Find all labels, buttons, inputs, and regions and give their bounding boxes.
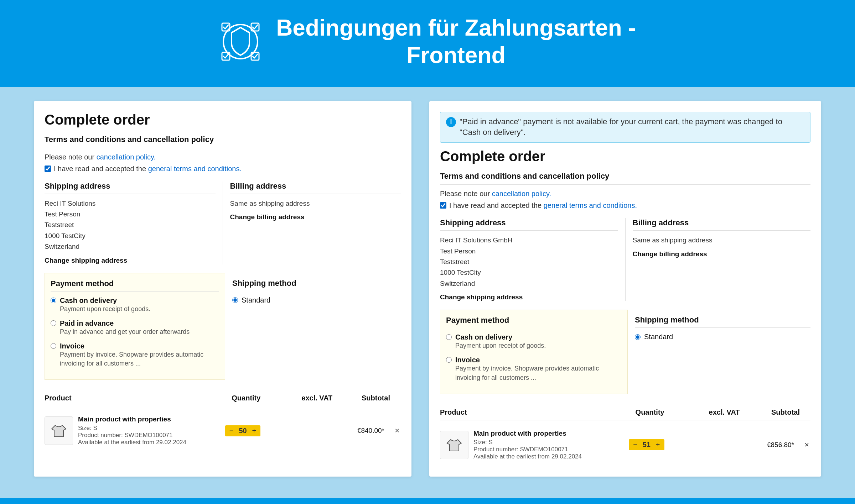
right-col-quantity: Quantity [620, 408, 680, 416]
left-terms-title: Terms and conditions and cancellation po… [45, 135, 401, 148]
left-cancellation-text: Please note our cancellation policy. [45, 153, 401, 161]
left-terms-checkbox[interactable] [45, 166, 51, 172]
right-terms-checkbox-row: I have read and accepted the general ter… [440, 201, 810, 210]
left-payment-desc-1: Payment upon receipt of goods. [60, 305, 150, 314]
left-payment-content-1: Cash on delivery Payment upon receipt of… [60, 296, 150, 314]
right-payment-content-1: Cash on delivery Payment upon receipt of… [455, 333, 546, 350]
left-payment-radio-2[interactable] [51, 320, 56, 326]
left-product-info-wrapper: Main product with properties Size: S Pro… [45, 415, 214, 446]
right-col-product: Product [440, 408, 620, 416]
left-product-sku: Product number: SWDEMO100071 [78, 432, 214, 439]
left-col-quantity: Quantity [217, 394, 275, 402]
left-qty-decrease[interactable]: − [228, 427, 235, 435]
left-payment-radio-3[interactable] [51, 343, 56, 349]
right-billing-address-title: Billing address [633, 218, 811, 231]
left-remove-button[interactable]: × [393, 425, 401, 437]
right-product-info-wrapper: Main product with properties Size: S Pro… [440, 430, 617, 460]
left-shipping-section-title: Shipping method [232, 279, 401, 291]
right-order-panel: i "Paid in advance" payment is not avail… [429, 101, 821, 477]
left-payment-desc-2: Pay in advance and get your order afterw… [60, 327, 190, 336]
left-change-billing-link[interactable]: Change billing address [230, 213, 305, 221]
right-product-image [440, 431, 468, 459]
right-change-shipping-link[interactable]: Change shipping address [440, 293, 523, 301]
left-shipping-method-col: Shipping method Standard [232, 273, 401, 380]
right-cancellation-link[interactable]: cancellation policy. [492, 190, 551, 198]
right-info-banner: i "Paid in advance" payment is not avail… [440, 112, 810, 143]
left-col-product: Product [45, 394, 217, 402]
left-payment-section-title: Payment method [51, 279, 219, 292]
left-qty-increase[interactable]: + [251, 427, 258, 435]
right-payment-desc-2: Payment by invoice. Shopware provides au… [455, 364, 622, 382]
right-product-name: Main product with properties [473, 430, 617, 437]
right-payment-method-col: Payment method Cash on delivery Payment … [440, 310, 628, 394]
right-qty-cell: − 51 + [617, 439, 676, 450]
left-terms-checkbox-row: I have read and accepted the general ter… [45, 165, 401, 173]
right-shipping-address-col: Shipping address Reci IT Solutions GmbH … [440, 218, 625, 301]
right-payment-label-1: Cash on delivery [455, 333, 546, 341]
right-payment-section-title: Payment method [446, 316, 622, 328]
right-product-row: Main product with properties Size: S Pro… [440, 424, 810, 466]
right-qty-control: − 51 + [629, 439, 664, 450]
right-terms-link[interactable]: general terms and conditions. [544, 201, 637, 209]
left-payment-radio-1[interactable] [51, 298, 56, 303]
left-payment-label-1: Cash on delivery [60, 296, 150, 305]
right-payment-shipping-row: Payment method Cash on delivery Payment … [440, 310, 810, 394]
right-panel-title: Complete order [440, 148, 810, 164]
left-payment-option-3: Invoice Payment by invoice. Shopware pro… [51, 342, 219, 368]
page-header: Bedingungen für Zahlungsarten - Frontend [0, 0, 855, 87]
right-product-availability: Available at the earliest from 29.02.202… [473, 453, 617, 460]
left-cancellation-link[interactable]: cancellation policy. [97, 153, 156, 161]
left-payment-label-3: Invoice [60, 342, 219, 350]
left-col-subtotal: Subtotal [332, 394, 401, 402]
right-info-banner-text: "Paid in advance" payment is not availab… [460, 116, 804, 138]
left-billing-same-text: Same as shipping address [230, 198, 401, 209]
page-title: Bedingungen für Zahlungsarten - Frontend [276, 14, 636, 69]
right-terms-checkbox[interactable] [440, 202, 446, 209]
right-change-billing-link[interactable]: Change billing address [633, 250, 707, 258]
right-payment-label-2: Invoice [455, 356, 622, 364]
left-qty-cell: − 50 + [214, 425, 271, 436]
left-product-image [45, 416, 73, 445]
right-col-vat: excl. VAT [680, 408, 740, 416]
left-order-panel: Complete order Terms and conditions and … [34, 101, 411, 477]
left-remove-col: × [388, 425, 401, 437]
left-col-vat: excl. VAT [275, 394, 333, 402]
right-qty-decrease[interactable]: − [632, 441, 639, 449]
left-subtotal-cell: €840.00* [328, 427, 388, 435]
right-payment-radio-2[interactable] [446, 357, 452, 363]
right-qty-increase[interactable]: + [654, 441, 662, 449]
right-product-sku: Product number: SWDEMO100071 [473, 446, 617, 453]
left-product-availability: Available at the earliest from 29.02.202… [78, 439, 214, 446]
left-payment-content-2: Paid in advance Pay in advance and get y… [60, 319, 190, 336]
left-payment-option-1: Cash on delivery Payment upon receipt of… [51, 296, 219, 314]
right-subtotal-cell: €856.80* [735, 441, 798, 449]
left-payment-option-2: Paid in advance Pay in advance and get y… [51, 319, 219, 336]
left-shipping-radio-1[interactable] [232, 297, 238, 303]
left-qty-value: 50 [238, 427, 248, 435]
right-remove-button[interactable]: × [803, 439, 810, 451]
left-product-row: Main product with properties Size: S Pro… [45, 410, 401, 452]
right-payment-content-2: Invoice Payment by invoice. Shopware pro… [455, 356, 622, 382]
left-billing-address-title: Billing address [230, 182, 401, 194]
left-payment-content-3: Invoice Payment by invoice. Shopware pro… [60, 342, 219, 368]
left-shipping-option-1: Standard [232, 296, 401, 304]
right-product-size: Size: S [473, 439, 617, 446]
right-product-info: Main product with properties Size: S Pro… [473, 430, 617, 460]
left-change-shipping-link[interactable]: Change shipping address [45, 257, 127, 264]
right-col-subtotal: Subtotal [740, 408, 810, 416]
right-cancellation-text: Please note our cancellation policy. [440, 190, 810, 198]
right-shipping-radio-1[interactable] [635, 334, 641, 340]
left-product-size: Size: S [78, 425, 214, 432]
right-payment-radio-1[interactable] [446, 334, 452, 340]
right-remove-col: × [798, 439, 810, 451]
right-payment-option-2: Invoice Payment by invoice. Shopware pro… [446, 356, 622, 382]
info-icon: i [446, 117, 456, 127]
left-terms-link[interactable]: general terms and conditions. [148, 165, 242, 173]
left-shipping-label-1: Standard [242, 296, 270, 304]
content-area: Complete order Terms and conditions and … [0, 87, 855, 498]
left-address-row: Shipping address Reci IT Solutions Test … [45, 182, 401, 264]
left-billing-address-col: Billing address Same as shipping address… [223, 182, 401, 264]
left-shipping-address-col: Shipping address Reci IT Solutions Test … [45, 182, 223, 264]
right-billing-address-col: Billing address Same as shipping address… [625, 218, 811, 301]
right-shipping-address-title: Shipping address [440, 218, 618, 231]
